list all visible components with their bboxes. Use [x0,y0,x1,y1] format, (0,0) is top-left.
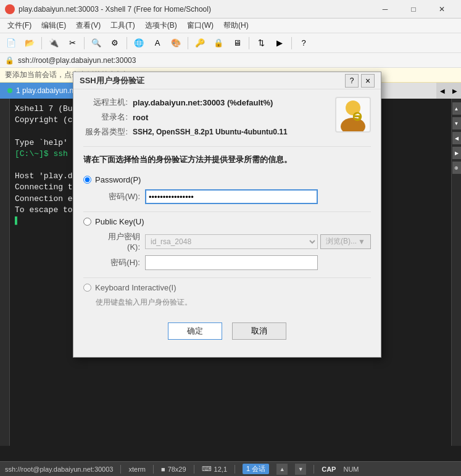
menu-file[interactable]: 文件(F) [2,19,36,32]
toolbar-globe[interactable]: 🌐 [130,36,147,51]
menu-help[interactable]: 帮助(H) [218,19,254,32]
login-value: root [133,113,148,122]
status-term: xterm [128,466,146,473]
sidebar-btn-3[interactable]: ◀ [452,132,461,144]
password-auth-section: Password(P) 密码(W): [83,175,371,204]
status-bar: ssh://root@play.dabaiyun.net:30003 xterm… [0,461,461,476]
password-radio-label[interactable]: Password(P) [95,175,141,184]
browse-button[interactable]: 浏览(B)... ▼ [320,234,371,249]
status-cap: CAP [322,466,336,473]
toolbar-more[interactable]: ▶ [271,36,288,51]
toolbar-settings[interactable]: ⚙ [106,36,123,51]
cancel-button[interactable]: 取消 [232,322,286,340]
svg-rect-4 [359,117,360,120]
app-icon [5,4,15,14]
pubkey-fields: 用户密钥(K): id_rsa_2048 浏览(B)... ▼ 密码(H): [96,231,371,270]
password-radio[interactable] [83,176,91,184]
confirm-button[interactable]: 确定 [168,322,222,340]
tab-label: 1 play.dabaiyun.net [16,86,80,95]
toolbar-font[interactable]: A [149,36,166,51]
maximize-button[interactable]: □ [399,0,428,18]
tab-nav: ◀ ▶ [436,83,461,99]
tab-nav-right[interactable]: ▶ [449,83,461,99]
dialog-close-button[interactable]: × [361,74,375,88]
dialog-content: 远程主机: play.dabaiyun.net:30003 (%default%… [73,89,381,357]
dialog-description: 请在下面选择恰当的身份验证方法并提供登录所需的信息。 [83,154,371,165]
server-type-row: 服务器类型: SSH2, OpenSSH_8.2p1 Ubuntu-4ubunt… [83,126,325,137]
pubkey-auth-section: Public Key(U) 用户密钥(K): id_rsa_2048 浏览(B)… [83,217,371,270]
status-nav-down[interactable]: ▼ [295,464,306,475]
menu-edit[interactable]: 编辑(E) [36,19,71,32]
tab-nav-left[interactable]: ◀ [436,83,449,99]
password-input[interactable] [145,189,318,204]
sidebar-btn-2[interactable]: ▼ [452,117,461,129]
menu-tools[interactable]: 工具(T) [106,19,139,32]
remote-host-label: 远程主机: [83,97,133,108]
password-fields: 密码(W): [96,189,371,204]
status-num: NUM [343,466,359,473]
lock-icon: 🔒 [5,56,14,65]
toolbar-sep-1 [41,37,42,49]
pubkey-select[interactable]: id_rsa_2048 [145,234,318,249]
sidebar-btn-5[interactable]: ⊕ [452,162,461,174]
info-section: 远程主机: play.dabaiyun.net:30003 (%default%… [83,97,371,141]
pubkey-radio-label[interactable]: Public Key(U) [95,217,144,226]
avatar [335,97,371,133]
avatar-icon [338,98,368,131]
status-sep-3 [194,465,194,474]
toolbar-sep-6 [291,37,292,49]
keyboard-radio[interactable] [83,284,91,292]
cursor-icon: ⌨ [202,465,212,473]
toolbar-help[interactable]: ? [295,36,312,51]
password-radio-row: Password(P) [83,175,371,184]
window-title: play.dabaiyun.net:30003 - Xshell 7 (Free… [19,5,371,14]
right-sidebar: ▲ ▼ ◀ ▶ ⊕ [451,99,461,446]
menu-window[interactable]: 窗口(W) [182,19,218,32]
dialog-help-button[interactable]: ? [345,74,359,88]
info-fields: 远程主机: play.dabaiyun.net:30003 (%default%… [83,97,325,141]
status-nav-up[interactable]: ▲ [276,464,288,475]
svg-rect-5 [357,118,359,121]
keyboard-radio-row: Keyboard Interactive(I) [83,283,371,292]
minimize-button[interactable]: ─ [371,0,399,18]
window-controls: ─ □ ✕ [371,0,456,18]
toolbar-monitor[interactable]: 🖥 [228,36,246,51]
menu-tabs[interactable]: 选项卡(B) [140,19,182,32]
toolbar-sep-3 [127,37,127,49]
pubkey-radio[interactable] [83,218,91,226]
tab-status-dot [7,88,12,93]
toolbar-disconnect[interactable]: ✂ [64,36,81,51]
toolbar-search[interactable]: 🔍 [88,36,105,51]
browse-dropdown-icon: ▼ [358,237,365,246]
server-type-value: SSH2, OpenSSH_8.2p1 Ubuntu-4ubuntu0.11 [133,128,288,136]
password-field-row: 密码(W): [96,189,371,204]
status-cursor: ⌨ 12,1 [202,465,227,473]
toolbar-color[interactable]: 🎨 [167,36,185,51]
password-label: 密码(W): [96,191,145,202]
keyboard-radio-label[interactable]: Keyboard Interactive(I) [95,283,177,292]
left-sidebar [0,99,10,446]
toolbar-open[interactable]: 📂 [21,36,38,51]
sidebar-btn-1[interactable]: ▲ [452,102,461,115]
toolbar-connect[interactable]: 🔌 [45,36,62,51]
toolbar-transfer[interactable]: ⇅ [252,36,270,51]
menu-bar: 文件(F) 编辑(E) 查看(V) 工具(T) 选项卡(B) 窗口(W) 帮助(… [0,18,461,33]
toolbar-lock[interactable]: 🔒 [210,36,227,51]
title-bar: play.dabaiyun.net:30003 - Xshell 7 (Free… [0,0,461,18]
status-dimensions: ■ 78x29 [161,466,186,473]
term-icon: ■ [161,466,165,473]
toolbar-new[interactable]: 📄 [2,36,20,51]
menu-view[interactable]: 查看(V) [71,19,106,32]
status-ssh-path: ssh://root@play.dabaiyun.net:30003 [5,466,113,473]
server-type-label: 服务器类型: [83,126,133,137]
toolbar-sep-5 [249,37,249,49]
close-button[interactable]: ✕ [428,0,456,18]
sidebar-btn-4[interactable]: ▶ [452,147,461,159]
keyboard-separator [83,277,371,278]
address-text: ssh://root@play.dabaiyun.net:30003 [18,56,136,65]
svg-point-1 [341,118,365,131]
passphrase-input[interactable] [145,255,318,270]
toolbar-key[interactable]: 🔑 [191,36,209,51]
status-sep-5 [314,465,314,474]
toolbar-sep-2 [84,37,85,49]
